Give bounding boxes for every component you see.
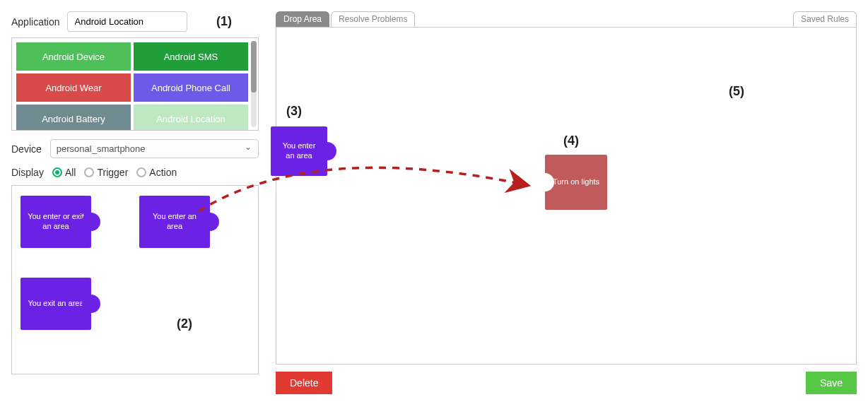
display-radio-trigger-label: Trigger	[97, 167, 128, 178]
application-tiles-box: Android DeviceAndroid SMSAndroid WearAnd…	[11, 37, 259, 131]
application-label: Application	[11, 16, 60, 28]
app-tile[interactable]: Android Wear	[16, 73, 131, 102]
app-tile[interactable]: Android Device	[16, 42, 131, 71]
device-select[interactable]: personal_smartphone	[50, 139, 259, 158]
app-tile[interactable]: Android Battery	[16, 105, 131, 131]
device-label: Device	[11, 143, 42, 155]
annotation-3: (3)	[286, 104, 302, 119]
canvas-block-trigger[interactable]: You enter an area	[271, 126, 327, 176]
display-radio-all-label: All	[65, 167, 76, 178]
display-label: Display	[11, 167, 44, 178]
palette-block-enter[interactable]: You enter an area	[139, 196, 210, 248]
app-tile[interactable]: Android SMS	[134, 42, 248, 71]
palette-block-enter-or-exit[interactable]: You enter or exit an area	[20, 196, 91, 248]
save-button[interactable]: Save	[806, 372, 857, 394]
delete-button[interactable]: Delete	[276, 372, 332, 394]
annotation-2: (2)	[177, 317, 192, 331]
display-radio-all[interactable]: All	[52, 167, 76, 178]
radio-dot-icon	[136, 167, 146, 177]
tab-drop-area[interactable]: Drop Area	[276, 11, 329, 27]
tab-resolve-problems[interactable]: Resolve Problems	[331, 11, 415, 27]
app-tile[interactable]: Android Location	[134, 105, 248, 131]
display-radio-action[interactable]: Action	[136, 167, 177, 178]
blocks-palette: You enter or exit an area You enter an a…	[11, 185, 259, 374]
display-radio-action-label: Action	[149, 167, 177, 178]
drop-area-canvas[interactable]: You enter an area Turn on lights (3) (4)…	[276, 27, 857, 365]
annotation-1: (1)	[216, 14, 232, 29]
display-radio-trigger[interactable]: Trigger	[84, 167, 128, 178]
canvas-block-action[interactable]: Turn on lights	[545, 155, 607, 210]
palette-block-exit[interactable]: You exit an area	[20, 278, 91, 330]
annotation-5: (5)	[729, 84, 744, 99]
apps-scrollbar[interactable]	[251, 41, 257, 127]
radio-dot-icon	[84, 167, 94, 177]
radio-dot-icon	[52, 167, 62, 177]
application-input[interactable]	[67, 11, 187, 32]
annotation-4: (4)	[563, 134, 579, 148]
tab-saved-rules[interactable]: Saved Rules	[793, 11, 857, 27]
app-tile[interactable]: Android Phone Call	[134, 73, 248, 102]
